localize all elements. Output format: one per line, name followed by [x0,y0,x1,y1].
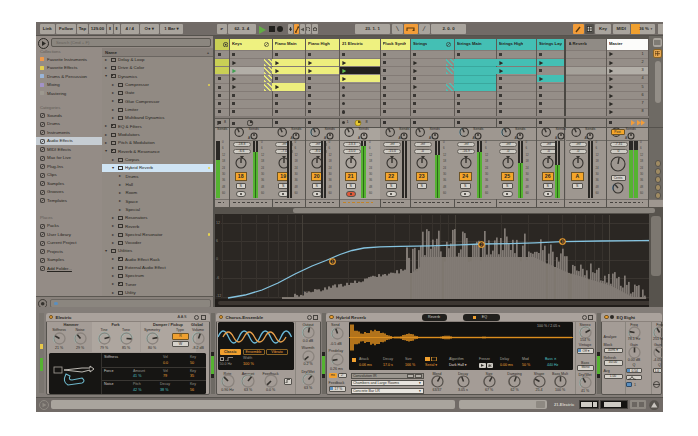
svg-text:2: 2 [480,243,482,247]
svg-text:1: 1 [331,260,333,264]
svg-text:3: 3 [561,240,563,244]
